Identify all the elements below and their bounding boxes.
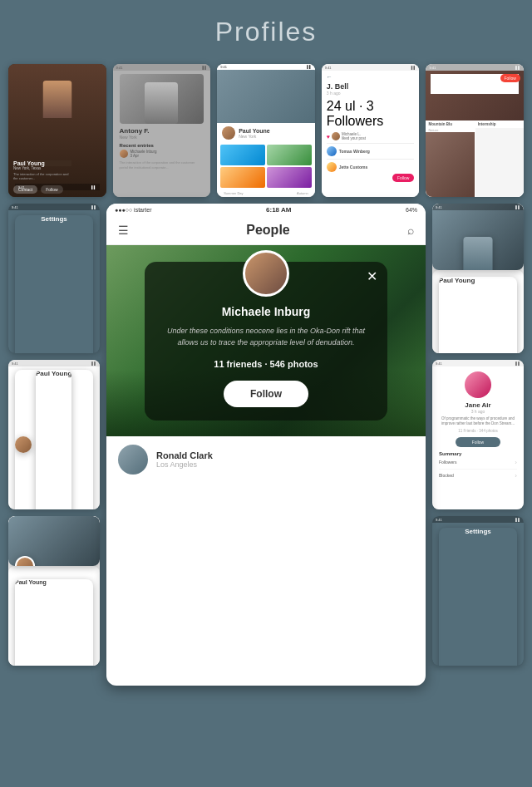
modal-avatar	[243, 250, 289, 297]
paul-stats-card: 9:41 ▌▌ Paul Young 646 Photos 18	[8, 360, 100, 509]
person-name: Ronald Clark	[156, 450, 213, 460]
cover-image	[120, 74, 204, 124]
status-bar: 9:41 ▌▌	[432, 204, 524, 210]
friend-item: Tomas Winberg	[327, 146, 415, 156]
card-description: The interaction of the corporation and t…	[120, 160, 204, 170]
user-desc: The interaction of the corporation and t…	[13, 172, 71, 180]
user-stats: 24 ul · 3 Followers	[327, 99, 415, 129]
status-bar: 9:41 ▌▌	[113, 64, 211, 71]
photo-grid: Mountain Blu Nature Internship	[426, 121, 524, 197]
person-silhouette	[464, 237, 493, 270]
battery: 64%	[406, 207, 417, 213]
user-name: Paul Young	[15, 579, 93, 666]
friend-item: Jette Customs	[327, 162, 415, 172]
entry-date: 3 Apr	[131, 154, 157, 158]
divider	[327, 143, 415, 144]
paul-photos-card: Paul Young 646 Photos 18 Friends 482 Lik	[8, 516, 100, 666]
profile-card-designer: 9:41 ▌▌ Design A product designer & phot…	[426, 64, 524, 197]
user-stats: 11 Friends · 344 photos	[439, 429, 517, 433]
profile-strip: Paul Youne New York	[217, 123, 315, 143]
friend-avatar	[327, 146, 337, 156]
profile-card-paul-dark: 9:41 ▌▌ Paul Young New York, Texas The i…	[8, 64, 106, 197]
follow-button[interactable]: Follow	[500, 74, 520, 82]
screen-title: People	[246, 223, 289, 238]
close-button[interactable]: ✕	[367, 268, 377, 284]
clock: 6:18 AM	[266, 206, 291, 214]
status-bar: 9:41 ▌▌	[432, 360, 524, 366]
people-card: ●●●○○ istarter 6:18 AM 64% ☰ People ⌕ ✕	[106, 204, 426, 686]
recent-label: Recent entries	[120, 143, 204, 148]
settings-card: 9:41 ▌▌ Settings Username Mille Onclick …	[8, 204, 100, 353]
status-bar: 9:41 ▌▌	[217, 64, 315, 70]
avatar	[222, 126, 235, 140]
user-name: Paul Young	[36, 370, 71, 509]
liked-row: ♥ Michaele L. liked your post	[327, 132, 415, 140]
photo-grid	[217, 143, 315, 189]
profile-modal: ✕ Michaele Inburg Under these conditions…	[145, 262, 387, 421]
follow-button[interactable]: Follow	[456, 437, 500, 447]
status-bar: 9:41 ▌▌	[8, 360, 100, 366]
status-bar: 9:41 ▌▌	[8, 204, 100, 210]
user-avatar	[15, 436, 32, 453]
jane-profile-card: 9:41 ▌▌ Jane Air 3 h ago Of programmatic…	[432, 360, 524, 509]
status-bar: 9:41 ▌▌	[426, 64, 524, 71]
location-sub: Nature	[426, 128, 474, 132]
user-location: New York	[120, 135, 204, 140]
settings-card-2: 9:41 ▌▌ Settings Mille Onclick New York …	[432, 516, 524, 666]
profile-top: Paul Young	[15, 370, 93, 509]
person-avatar	[118, 445, 148, 475]
photo-thumb	[220, 145, 265, 165]
photo-label: Autumn	[293, 191, 312, 195]
cover-image: 9:41 ▌▌	[432, 204, 524, 270]
photo-thumb	[220, 167, 265, 188]
user-name: Paul Youne	[239, 128, 269, 134]
friend-avatar	[327, 162, 337, 172]
user-name: Jane Air	[439, 401, 517, 409]
photo-thumb	[267, 167, 312, 188]
followers-label: Followers	[439, 460, 456, 465]
photo-cell: Internship	[475, 121, 524, 197]
search-icon[interactable]: ⌕	[407, 224, 414, 237]
modal-description: Under these conditions neocene lies in t…	[158, 325, 374, 349]
page-title: Profiles	[215, 17, 318, 47]
follow-button[interactable]: Follow	[41, 185, 62, 194]
profile-card-jbell: 9:41 ▌▌ ← J. Bell 3 h ago 24 ul · 3 Foll…	[322, 64, 420, 197]
app-header: ☰ People ⌕	[106, 216, 426, 245]
status-bar: 9:41 ▌▌	[322, 64, 420, 71]
settings-title: Settings	[15, 215, 93, 353]
profile-card-paul-grid: 9:41 ▌▌ Paul Youne New York Summer Day A…	[217, 64, 315, 197]
blocked-label: Blocked	[439, 473, 454, 478]
user-name: J. Bell	[327, 82, 415, 91]
contact-button[interactable]: Contact	[13, 185, 37, 194]
suggested-person: Ronald Clark Los Angeles	[106, 436, 426, 483]
friend-name: Jette Customs	[339, 165, 367, 170]
person-location: Los Angeles	[156, 460, 213, 469]
cover-section: Design A product designer & photographer…	[426, 71, 524, 121]
status-bar: 9:41 ▌▌	[432, 516, 524, 523]
photo-label: Summer Day	[220, 191, 246, 195]
entry-avatar	[120, 150, 128, 158]
user-name: Antony F.	[120, 127, 204, 135]
follow-button[interactable]: Follow	[392, 174, 414, 182]
divider	[327, 159, 415, 160]
blocked-item[interactable]: Blocked ›	[439, 470, 517, 482]
user-name: Paul Young	[439, 277, 517, 353]
modal-stats: 11 frieneds · 546 photos	[158, 359, 374, 369]
modal-name: Michaele Inburg	[158, 305, 374, 318]
menu-icon[interactable]: ☰	[118, 224, 129, 237]
user-avatar	[15, 556, 35, 566]
followers-item[interactable]: Followers ›	[439, 456, 517, 470]
paul-profile-card: 9:41 ▌▌ Paul Young New York, Texas The i…	[432, 204, 524, 353]
cover-photo	[217, 70, 315, 123]
location-name: Internship	[475, 121, 524, 128]
liker-avatar	[332, 132, 340, 140]
back-button[interactable]: ←	[327, 74, 415, 80]
location-name: Mountain Blu	[426, 121, 474, 128]
background-image: ✕ Michaele Inburg Under these conditions…	[106, 245, 426, 436]
photo-cell: Mountain Blu Nature	[426, 121, 474, 197]
person-image	[145, 82, 178, 124]
friend-name: Tomas Winberg	[339, 149, 370, 154]
follow-button[interactable]: Follow	[224, 381, 308, 407]
timestamp: 3 h ago	[327, 91, 415, 96]
user-title: New York, Texas	[13, 166, 71, 170]
